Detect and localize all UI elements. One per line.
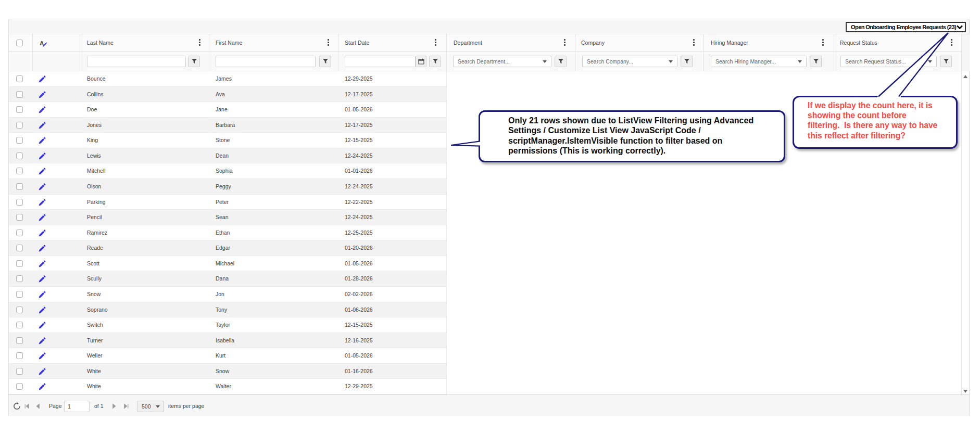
svg-text:A: A	[40, 40, 44, 46]
